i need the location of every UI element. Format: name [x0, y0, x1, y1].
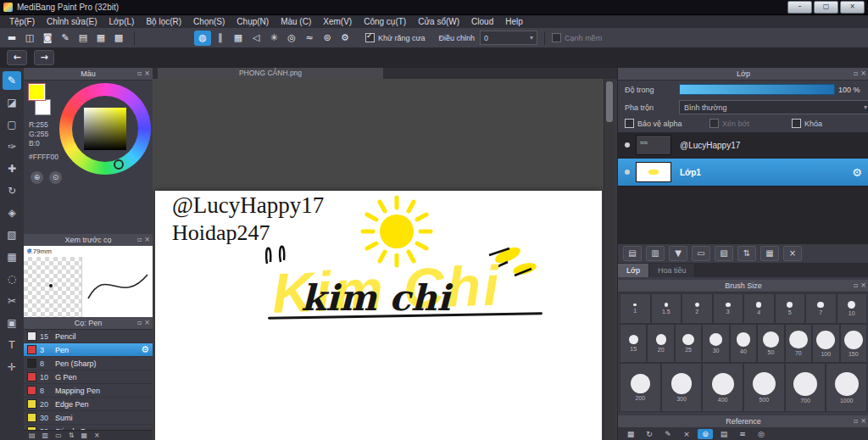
color-picker-screen-icon[interactable]: ⊕ — [31, 171, 43, 184]
tab-layers[interactable]: Lớp — [618, 264, 649, 277]
ref-pen-icon[interactable]: ✎ — [660, 429, 676, 439]
palette-icon[interactable]: ▩ — [110, 31, 127, 46]
grid-icon[interactable]: ▦ — [92, 31, 109, 46]
close-icon[interactable]: × — [144, 235, 150, 245]
select-shape-icon[interactable]: ▬ — [3, 31, 20, 46]
menu-item-12[interactable]: Help — [499, 15, 529, 28]
brush-size-150[interactable]: 150 — [840, 324, 867, 363]
brush-size-5[interactable]: 5 — [775, 293, 806, 324]
menu-item-2[interactable]: Chỉnh sửa(E) — [41, 15, 103, 28]
menu-item-6[interactable]: Chụp(N) — [231, 15, 275, 28]
ref-layers-icon[interactable]: ▤ — [716, 429, 732, 439]
brush-item[interactable]: 20Edge Pen — [24, 398, 153, 411]
color-history-icon[interactable]: ⊙ — [49, 171, 62, 184]
ref-grid-icon[interactable]: ▦ — [623, 429, 638, 439]
close-icon[interactable]: × — [860, 69, 866, 79]
brush-size-7[interactable]: 7 — [805, 293, 837, 324]
ref-target-icon[interactable]: ◎ — [754, 429, 769, 439]
brush-size-700[interactable]: 700 — [785, 363, 826, 412]
delete-layer-button[interactable]: × — [783, 246, 802, 261]
popout-icon[interactable]: ▫ — [137, 69, 142, 79]
saturation-value-square[interactable] — [84, 108, 126, 150]
scrollbar-thumb[interactable] — [606, 81, 613, 122]
brush-size-20[interactable]: 20 — [647, 324, 674, 363]
copy-layer-button[interactable]: ▧ — [715, 246, 733, 261]
brush-size-70[interactable]: 70 — [785, 324, 812, 363]
draw-icon[interactable]: ✎ — [57, 31, 74, 46]
brush-size-300[interactable]: 300 — [661, 363, 703, 412]
workspace[interactable]: @LucyHappy17 Hoidap247 — [153, 79, 604, 440]
brush-item[interactable]: 3Pen⚙ — [24, 343, 153, 357]
snap-ellipse-icon[interactable]: ⊚ — [319, 31, 336, 46]
brush-size-400[interactable]: 400 — [702, 363, 743, 412]
tab-materials[interactable]: Hoa tiêu — [649, 264, 696, 277]
flatten-button[interactable]: ▦ — [760, 246, 779, 261]
foreground-color-swatch[interactable] — [29, 84, 45, 100]
brush-size-1000[interactable]: 1000 — [826, 363, 867, 412]
popout-icon[interactable]: ▫ — [854, 416, 858, 426]
ref-rotate-icon[interactable]: ↻ — [642, 429, 657, 439]
duplicate-layer-button[interactable]: ▥ — [646, 246, 665, 261]
close-icon[interactable]: × — [144, 69, 150, 79]
menu-item-11[interactable]: Cloud — [465, 15, 499, 28]
menu-item-8[interactable]: Xem(V) — [317, 15, 358, 28]
brush-size-25[interactable]: 25 — [675, 324, 702, 363]
ref-pick-icon[interactable]: ⊚ — [698, 429, 713, 439]
document-tab[interactable]: PHONG CẢNH.png — [158, 68, 383, 79]
swap-layer-button[interactable]: ⇅ — [737, 246, 756, 261]
popout-icon[interactable]: ▫ — [137, 235, 142, 245]
lock-checkbox[interactable]: Khóa — [792, 119, 822, 128]
adjust-dropdown[interactable]: 0 ▾ — [480, 31, 537, 45]
brush-size-100[interactable]: 100 — [812, 324, 839, 363]
brush-size-1[interactable]: 1 — [620, 293, 651, 324]
snap-curve-icon[interactable]: ≈ — [301, 31, 318, 46]
brush-item[interactable]: 8Mapping Pen — [24, 384, 153, 398]
new-layer-button[interactable]: ▤ — [623, 246, 642, 261]
brush-size-30[interactable]: 30 — [702, 324, 729, 363]
popout-icon[interactable]: ▫ — [137, 318, 142, 328]
brush-size-1.5[interactable]: 1.5 — [651, 293, 682, 324]
snap-radial-icon[interactable]: ✳ — [265, 31, 282, 46]
clipping-checkbox[interactable]: Xén bớt — [709, 119, 749, 128]
restore-button[interactable]: ▢ — [814, 1, 838, 14]
rotate-tool[interactable]: ↻ — [3, 181, 21, 200]
hand-tool[interactable]: ✛ — [3, 358, 21, 376]
popout-icon[interactable]: ▫ — [854, 69, 858, 79]
snap-settings-icon[interactable]: ⚙ — [337, 31, 353, 46]
ref-menu-icon[interactable]: ≡ — [735, 429, 750, 439]
soft-edge-checkbox[interactable]: Cạnh mềm — [552, 33, 602, 42]
brush-size-50[interactable]: 50 — [757, 324, 784, 363]
gear-icon[interactable]: ⚙ — [141, 344, 149, 355]
visibility-dot[interactable] — [625, 170, 630, 175]
layer-folder-button[interactable]: ▭ — [692, 246, 710, 261]
undo-button[interactable]: ← — [7, 50, 27, 65]
redo-button[interactable]: → — [34, 50, 54, 65]
brush-size-2[interactable]: 2 — [682, 293, 713, 324]
brush-size-40[interactable]: 40 — [730, 324, 757, 363]
layer-row[interactable]: Lớp1⚙ — [618, 159, 868, 187]
antialias-checkbox[interactable]: Khử răng cưa — [365, 33, 426, 42]
snap-vanishing-icon[interactable]: ◁ — [248, 31, 264, 46]
ref-clear-icon[interactable]: × — [679, 429, 694, 439]
brush-item[interactable]: 10G Pen — [24, 370, 153, 384]
gradient-tool[interactable]: ▧ — [3, 226, 21, 244]
pen-tool[interactable]: ✎ — [3, 71, 21, 90]
duplicate-brush-icon[interactable]: ▥ — [42, 431, 49, 440]
menu-item-7[interactable]: Màu (C) — [275, 15, 317, 28]
export-icon[interactable]: ◫ — [21, 31, 38, 46]
brush-folder-icon[interactable]: ▭ — [55, 431, 62, 440]
alpha-protect-checkbox[interactable]: Bảo vệ alpha — [625, 119, 682, 128]
gear-icon[interactable]: ⚙ — [852, 166, 862, 179]
add-brush-icon[interactable]: ▤ — [29, 431, 36, 440]
background-color-swatch[interactable] — [35, 99, 51, 115]
move-tool[interactable]: ✚ — [3, 159, 21, 178]
brush-size-15[interactable]: 15 — [620, 324, 647, 363]
brush-item[interactable]: 15Pencil — [24, 330, 153, 343]
comment-icon[interactable]: ◙ — [39, 31, 56, 46]
menu-item-10[interactable]: Cửa sổ(W) — [412, 15, 465, 28]
eraser-tool[interactable]: ◪ — [3, 93, 21, 112]
opacity-slider[interactable] — [679, 84, 835, 95]
blend-mode-dropdown[interactable]: Bình thường ▾ — [679, 100, 868, 114]
hue-marker[interactable] — [114, 159, 124, 170]
close-button[interactable]: × — [840, 1, 865, 14]
